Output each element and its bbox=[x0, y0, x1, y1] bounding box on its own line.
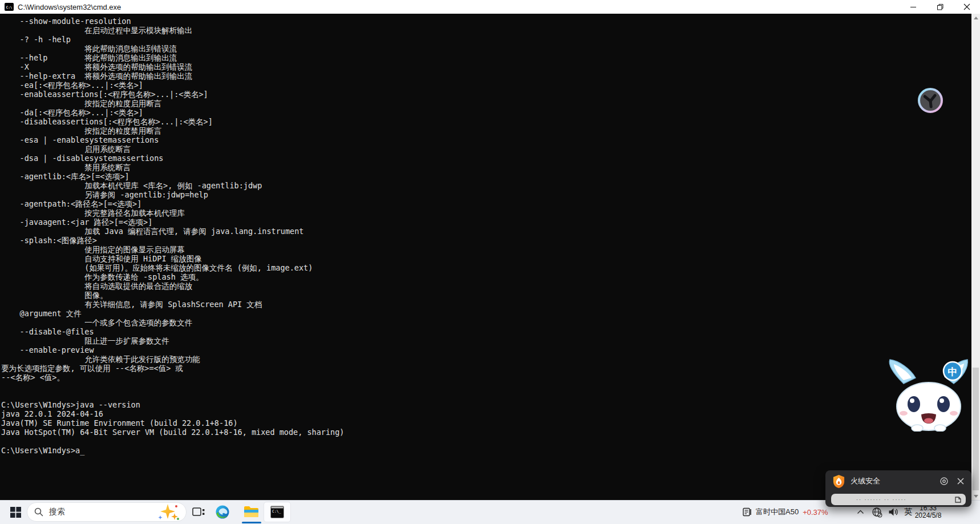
floating-assistant-badge[interactable] bbox=[917, 87, 944, 114]
minimize-icon bbox=[910, 3, 917, 10]
file-explorer-icon bbox=[244, 506, 259, 518]
tray-chevron-up-icon[interactable] bbox=[855, 510, 866, 514]
popup-status-bar[interactable]: ·· ······ ·· ····· bbox=[831, 494, 966, 505]
window-controls bbox=[900, 0, 980, 14]
shield-flame-icon bbox=[832, 474, 845, 489]
clock-date: 2024/5/8 bbox=[915, 512, 942, 519]
task-view-icon bbox=[192, 507, 205, 517]
stock-chart-icon bbox=[743, 507, 752, 517]
close-icon bbox=[963, 3, 970, 10]
popup-corner-icon bbox=[954, 496, 962, 503]
mascot-badge-label: 中 bbox=[948, 366, 958, 377]
mascot-rabbit-icon: 中 bbox=[884, 358, 977, 432]
settings-gear-icon[interactable] bbox=[939, 477, 949, 486]
network-globe-icon[interactable] bbox=[871, 507, 882, 518]
copilot-sparkle-icon bbox=[156, 503, 180, 521]
terminal-output: --show-module-resolution 在启动过程中显示模块解析输出 … bbox=[0, 14, 971, 455]
y-logo-icon bbox=[917, 87, 944, 114]
maximize-button[interactable] bbox=[926, 0, 953, 14]
search-placeholder: 搜索 bbox=[49, 507, 65, 517]
search-input[interactable]: 搜索 bbox=[27, 502, 187, 522]
restore-icon bbox=[937, 3, 943, 10]
cmd-taskbar-button[interactable]: C:\_ bbox=[264, 502, 291, 522]
popup-close-icon[interactable] bbox=[957, 477, 965, 485]
window-title: C:\Windows\system32\cmd.exe bbox=[18, 3, 121, 11]
start-button[interactable] bbox=[5, 501, 26, 523]
popup-header: 火绒安全 bbox=[825, 470, 971, 492]
svg-text:C:\_: C:\_ bbox=[272, 509, 281, 514]
popup-masked-text: ·· ······ ·· ····· bbox=[856, 497, 906, 502]
explorer-running-indicator bbox=[242, 522, 261, 523]
stock-name: 富时中国A50 bbox=[756, 507, 799, 517]
scroll-down-icon[interactable] bbox=[971, 492, 980, 501]
titlebar: C:\ C:\Windows\system32\cmd.exe bbox=[0, 0, 980, 14]
search-icon bbox=[34, 507, 43, 517]
close-button[interactable] bbox=[953, 0, 980, 14]
windows-logo-icon bbox=[10, 507, 21, 518]
edge-browser-button[interactable] bbox=[211, 501, 234, 523]
file-explorer-button[interactable] bbox=[240, 501, 262, 523]
terminal-window[interactable]: --show-module-resolution 在启动过程中显示模块解析输出 … bbox=[0, 14, 971, 501]
popup-actions bbox=[939, 477, 965, 486]
volume-icon[interactable] bbox=[888, 507, 899, 517]
stock-change: +0.37% bbox=[803, 508, 828, 517]
popup-title: 火绒安全 bbox=[851, 476, 880, 486]
stock-widget[interactable]: 富时中国A50 +0.37% bbox=[743, 501, 828, 523]
edge-icon bbox=[215, 505, 230, 519]
desktop-pet-mascot[interactable]: 中 bbox=[884, 358, 977, 432]
task-view-button[interactable] bbox=[188, 501, 209, 523]
minimize-button[interactable] bbox=[900, 0, 926, 14]
cmd-icon: C:\_ bbox=[270, 506, 284, 518]
security-popup[interactable]: 火绒安全 ·· ······ ·· ····· bbox=[825, 470, 971, 507]
cmd-window-icon: C:\ bbox=[5, 3, 14, 11]
scroll-up-icon[interactable] bbox=[971, 14, 980, 22]
